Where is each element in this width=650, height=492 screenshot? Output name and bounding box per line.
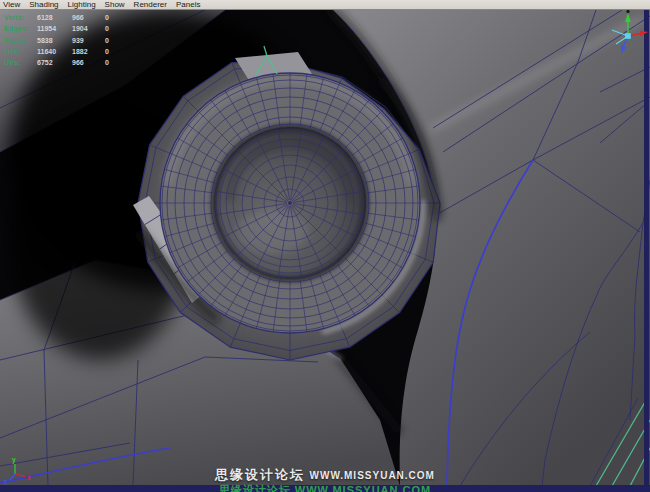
hud-value: 0 bbox=[105, 25, 119, 32]
hud-row-uvs: UVs: 6752 966 0 bbox=[4, 57, 119, 68]
hud-value: 0 bbox=[105, 14, 119, 21]
hud-label: UVs: bbox=[4, 59, 37, 66]
watermark-cn-text: 思缘设计论坛 bbox=[215, 467, 305, 482]
manipulator-center-handle bbox=[625, 33, 631, 39]
menu-shading[interactable]: Shading bbox=[29, 0, 58, 9]
menu-show[interactable]: Show bbox=[105, 0, 125, 9]
menu-panels[interactable]: Panels bbox=[176, 0, 200, 9]
maya-viewport-window: View Shading Lighting Show Renderer Pane… bbox=[0, 0, 650, 492]
hud-row-faces: Faces: 5838 939 0 bbox=[4, 35, 119, 46]
menu-lighting[interactable]: Lighting bbox=[68, 0, 96, 9]
hud-value: 966 bbox=[72, 14, 105, 21]
hud-value: 0 bbox=[105, 37, 119, 44]
hud-value: 966 bbox=[72, 59, 105, 66]
hud-poly-count: Verts: 6128 966 0 Edges: 11954 1904 0 Fa… bbox=[4, 12, 119, 68]
hud-value: 6128 bbox=[37, 14, 72, 21]
hud-value: 11954 bbox=[37, 25, 72, 32]
watermark: 思缘设计论坛 WWW.MISSYUAN.COM bbox=[0, 465, 650, 484]
hud-label: Tris: bbox=[4, 48, 37, 55]
hud-row-tris: Tris: 11640 1882 0 bbox=[4, 46, 119, 57]
hud-value: 0 bbox=[105, 59, 119, 66]
mesh-border-right bbox=[644, 10, 649, 492]
bowl-center-vertex bbox=[288, 201, 292, 205]
hud-value: 5838 bbox=[37, 37, 72, 44]
hud-value: 1904 bbox=[72, 25, 105, 32]
viewport-menubar: View Shading Lighting Show Renderer Pane… bbox=[0, 0, 650, 10]
hud-value: 1882 bbox=[72, 48, 105, 55]
hud-value: 0 bbox=[105, 48, 119, 55]
menu-renderer[interactable]: Renderer bbox=[134, 0, 167, 9]
hud-row-edges: Edges: 11954 1904 0 bbox=[4, 23, 119, 34]
watermark-url-text: WWW.MISSYUAN.COM bbox=[310, 470, 435, 481]
headlight-bowl bbox=[211, 124, 369, 282]
manipulator-top-dot bbox=[626, 10, 629, 13]
hud-value: 939 bbox=[72, 37, 105, 44]
hud-label: Edges: bbox=[4, 25, 37, 32]
hud-label: Faces: bbox=[4, 37, 37, 44]
viewport-canvas[interactable]: y x z bbox=[0, 10, 650, 492]
hud-label: Verts: bbox=[4, 14, 37, 21]
menu-view[interactable]: View bbox=[3, 0, 20, 9]
axis-y-label: y bbox=[12, 456, 16, 464]
hud-value: 6752 bbox=[37, 59, 72, 66]
hud-value: 11640 bbox=[37, 48, 72, 55]
hud-row-verts: Verts: 6128 966 0 bbox=[4, 12, 119, 23]
watermark-line2: 思缘设计论坛 WWW.MISSYUAN.COM bbox=[0, 483, 650, 492]
